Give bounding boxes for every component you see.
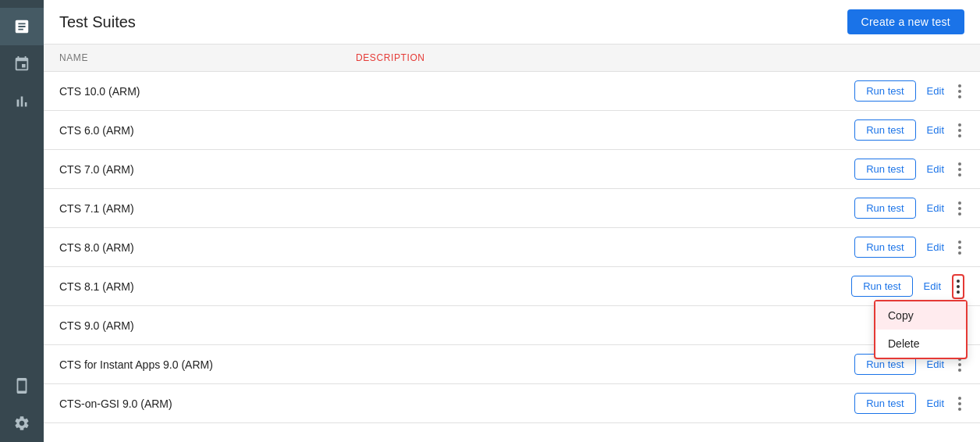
dots-icon <box>958 84 961 98</box>
row-name: CTS 6.0 (ARM) <box>59 124 356 137</box>
table-header: Name Description <box>44 45 980 72</box>
row-name: CTS 8.0 (ARM) <box>59 241 356 254</box>
table-row: CTS 8.0 (ARM) Run test Edit <box>44 228 980 267</box>
edit-button[interactable]: Edit <box>922 394 949 413</box>
create-new-test-button[interactable]: Create a new test <box>847 9 964 34</box>
copy-menu-item[interactable]: Copy <box>875 301 966 330</box>
column-header-name: Name <box>59 52 356 63</box>
device-icon <box>13 377 30 394</box>
more-options-button[interactable] <box>955 393 964 415</box>
sidebar-item-schedule[interactable] <box>0 45 44 83</box>
run-test-button[interactable]: Run test <box>854 198 915 219</box>
row-name: CTS-on-GSI 9.0 (ARM) <box>59 397 356 410</box>
more-options-button[interactable] <box>955 237 964 258</box>
edit-button[interactable]: Edit <box>922 198 949 218</box>
run-test-button[interactable]: Run test <box>854 237 915 258</box>
dots-icon <box>958 162 961 176</box>
sidebar-item-settings[interactable] <box>0 405 44 442</box>
more-options-button[interactable] <box>955 159 964 180</box>
row-actions: Run test Edit <box>851 274 964 299</box>
dots-icon <box>958 241 961 255</box>
edit-button[interactable]: Edit <box>919 276 946 296</box>
table-row: CTS 9.0 (ARM) Run test <box>44 306 980 345</box>
column-header-description: Description <box>356 52 964 63</box>
row-name: CTS 10.0 (ARM) <box>59 85 356 98</box>
edit-button[interactable]: Edit <box>922 120 949 140</box>
table-row: CTS 6.0 (ARM) Run test Edit <box>44 111 980 150</box>
sidebar <box>0 0 44 442</box>
more-options-button[interactable] <box>955 198 964 219</box>
row-name: CTS for Instant Apps 9.0 (ARM) <box>59 358 356 371</box>
edit-button[interactable]: Edit <box>922 159 949 179</box>
dots-icon <box>958 397 961 411</box>
table-row: CTS 7.0 (ARM) Run test Edit <box>44 150 980 189</box>
dots-icon <box>957 280 960 294</box>
row-name: CTS 7.1 (ARM) <box>59 202 356 215</box>
settings-icon <box>13 415 30 432</box>
run-test-button[interactable]: Run test <box>854 159 915 180</box>
edit-button[interactable]: Edit <box>922 81 949 101</box>
page-title: Test Suites <box>59 13 136 31</box>
main-content: Test Suites Create a new test Name Descr… <box>44 0 980 442</box>
row-actions: Run test Edit <box>854 159 964 180</box>
row-name: CTS 7.0 (ARM) <box>59 163 356 176</box>
dots-icon <box>958 123 961 137</box>
run-test-button[interactable]: Run test <box>851 276 912 297</box>
more-options-button[interactable] <box>955 119 964 141</box>
edit-button[interactable]: Edit <box>922 237 949 257</box>
sidebar-item-results[interactable] <box>0 83 44 120</box>
more-options-button[interactable] <box>955 80 964 102</box>
table-row: CTS 8.1 (ARM) Run test Edit Copy Delete <box>44 267 980 306</box>
row-actions: Run test Edit <box>854 393 964 415</box>
table-row: CTS for Instant Apps 9.0 (ARM) Run test … <box>44 345 980 384</box>
run-test-button[interactable]: Run test <box>854 80 915 102</box>
row-actions: Run test Edit <box>854 237 964 258</box>
chart-icon <box>13 93 30 110</box>
list-icon <box>13 18 30 35</box>
calendar-icon <box>13 55 30 73</box>
row-name: CTS 8.1 (ARM) <box>59 280 356 293</box>
more-options-button[interactable] <box>952 274 964 299</box>
table-body: CTS 10.0 (ARM) Run test Edit CTS 6.0 (AR… <box>44 72 980 442</box>
row-name: CTS 9.0 (ARM) <box>59 319 356 332</box>
table-row: CTS 7.1 (ARM) Run test Edit <box>44 189 980 228</box>
dots-icon <box>958 201 961 216</box>
run-test-button[interactable]: Run test <box>854 119 915 141</box>
table-row: CTS-on-GSI 9.0 (ARM) Run test Edit <box>44 384 980 423</box>
sidebar-item-test-suites[interactable] <box>0 8 44 45</box>
row-actions: Run test Edit <box>854 198 964 219</box>
context-menu: Copy Delete <box>874 300 968 359</box>
sidebar-item-devices[interactable] <box>0 367 44 405</box>
row-actions: Run test Edit <box>854 80 964 102</box>
dots-icon <box>958 358 961 372</box>
table-row: CTS 10.0 (ARM) Run test Edit <box>44 72 980 111</box>
row-actions: Run test Edit <box>854 119 964 141</box>
run-test-button[interactable]: Run test <box>854 393 915 414</box>
page-header: Test Suites Create a new test <box>44 0 980 45</box>
delete-menu-item[interactable]: Delete <box>875 330 966 358</box>
